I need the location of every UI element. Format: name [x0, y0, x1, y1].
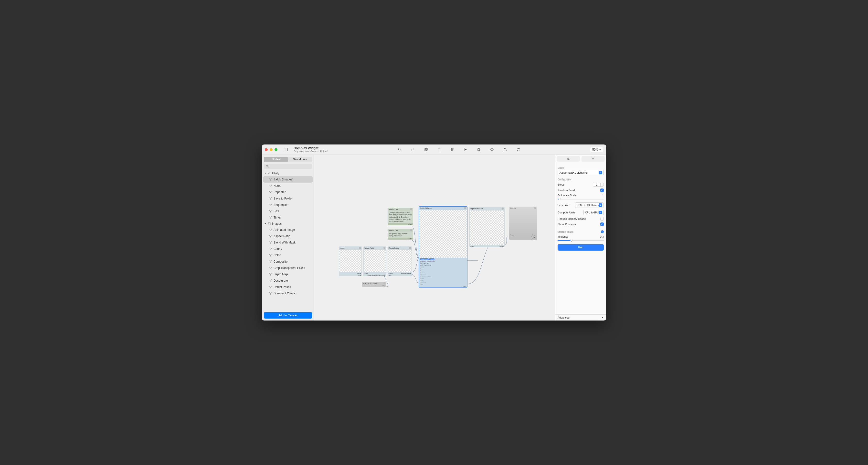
reduce-memory-label: Reduce Memory Usage	[558, 217, 586, 220]
influence-slider[interactable]	[558, 240, 604, 241]
item-size[interactable]: Size	[262, 208, 314, 214]
item-desaturate[interactable]: Desaturate	[262, 278, 314, 284]
title-sub: Odyssey Workflow — Edited	[293, 150, 328, 153]
node-tree: Utility Batch (Images) Notes Repeater Sa…	[262, 170, 314, 310]
svg-point-8	[266, 166, 268, 167]
crop-out-button[interactable]	[489, 147, 495, 152]
item-depth-map[interactable]: Depth Map	[262, 271, 314, 278]
influence-value: 0.3	[600, 235, 604, 238]
compute-select[interactable]: CPU & GPU ⇅	[584, 210, 604, 215]
svg-point-32	[269, 223, 269, 224]
random-seed-label: Random Seed	[558, 189, 575, 192]
item-crop-transparent[interactable]: Crop Transparent Pixels	[262, 265, 314, 271]
item-timer[interactable]: Timer	[262, 214, 314, 221]
item-batch-images[interactable]: Batch (Images)	[263, 176, 313, 183]
item-blend-mask[interactable]: Blend With Mask	[262, 239, 314, 246]
reduce-memory-checkbox[interactable]	[600, 217, 604, 221]
canvas-node-resize[interactable]: Resize Image ImageResized Image Size	[388, 246, 412, 276]
node-close-icon[interactable]	[410, 229, 412, 231]
item-animated-image[interactable]: Animated Image	[262, 227, 314, 233]
maximize-window-button[interactable]	[275, 148, 277, 151]
toolbar	[330, 147, 588, 152]
node-close-icon[interactable]	[359, 247, 361, 249]
item-dominant-colors[interactable]: Dominant Colors	[262, 290, 314, 296]
stepper-down-icon[interactable]: ▼	[600, 184, 603, 186]
tab-nodes[interactable]: Nodes	[264, 157, 288, 162]
zoom-value: 50%	[592, 148, 598, 151]
steps-stepper[interactable]: ▲▼	[593, 183, 604, 186]
undo-button[interactable]	[397, 147, 402, 152]
delete-button[interactable]	[450, 147, 455, 152]
node-close-icon[interactable]	[534, 207, 536, 209]
svg-point-70	[568, 159, 569, 159]
tab-workflows[interactable]: Workflows	[288, 157, 312, 162]
node-close-icon[interactable]	[383, 247, 385, 249]
item-notes[interactable]: Notes	[262, 183, 314, 189]
crop-in-button[interactable]	[476, 147, 482, 152]
canvas-node-size[interactable]: Size (1024 x 1024) Size	[362, 282, 386, 287]
compute-label: Compute Units	[558, 211, 576, 214]
titlebar: Complex Widget Odyssey Workflow — Edited…	[262, 144, 606, 155]
canvas-node-image[interactable]: Image Image Size	[339, 246, 362, 276]
item-aspect-ratio[interactable]: Aspect Ratio	[262, 233, 314, 239]
item-detect-poses[interactable]: Detect Poses	[262, 284, 314, 290]
node-close-icon[interactable]	[383, 282, 385, 284]
chevron-updown-icon: ⇅	[599, 211, 602, 214]
canvas-node-super-resolution[interactable]: Super Resolution ImageImage	[469, 207, 504, 247]
canvas-node-prompt-positive[interactable]: Aa Plain Text Quirky colorful creature w…	[388, 208, 413, 225]
svg-rect-6	[478, 149, 480, 151]
canvas[interactable]: Image Image Size Aspect Ratio Image Aspe…	[314, 155, 555, 321]
copy-button[interactable]	[423, 147, 429, 152]
scheduler-select[interactable]: DPM++ SDE Karras ⇅	[575, 202, 604, 208]
sidebar: Nodes Workflows Utility Batch (Images) N…	[262, 155, 314, 321]
previews-checkbox[interactable]: ✓	[600, 223, 604, 226]
starting-image-label: Starting Image	[558, 231, 574, 233]
canvas-node-images-output[interactable]: Images ImageImage Images Count	[509, 207, 537, 240]
play-button[interactable]	[463, 147, 468, 152]
svg-rect-0	[284, 148, 287, 151]
svg-rect-4	[438, 148, 440, 151]
guidance-value: 1	[602, 194, 604, 197]
run-button[interactable]: Run	[558, 244, 604, 251]
canvas-node-stable-diffusion[interactable]: Stable Diffusion Prompt (Text) Prompt Ne…	[418, 206, 467, 288]
zoom-dropdown[interactable]: 50%	[590, 147, 603, 152]
node-close-icon[interactable]	[464, 207, 466, 209]
minimize-window-button[interactable]	[270, 148, 273, 151]
node-close-icon[interactable]	[410, 208, 412, 210]
guidance-label: Guidance Scale	[558, 194, 577, 197]
svg-rect-7	[491, 149, 493, 151]
redo-button[interactable]	[410, 147, 416, 152]
item-save-folder[interactable]: Save to Folder	[262, 195, 314, 202]
inspector-tab-sliders[interactable]	[557, 156, 580, 162]
item-sequencer[interactable]: Sequencer	[262, 202, 314, 208]
item-composite[interactable]: Composite	[262, 258, 314, 265]
guidance-slider[interactable]	[558, 199, 604, 200]
node-close-icon[interactable]	[502, 208, 504, 209]
stepper-up-icon[interactable]: ▲	[600, 183, 603, 184]
advanced-toggle[interactable]: Advanced	[555, 314, 606, 321]
inspector-tabs	[555, 155, 606, 163]
refresh-button[interactable]	[515, 147, 521, 152]
canvas-node-aspect-ratio[interactable]: Aspect Ratio Image Aspect Ratio (Vector …	[363, 246, 386, 276]
search-input[interactable]	[264, 164, 312, 169]
previews-label: Show Previews	[558, 223, 576, 226]
config-section-label: Configuration	[558, 178, 604, 181]
add-to-canvas-button[interactable]: Add to Canvas	[264, 312, 312, 319]
group-images[interactable]: Images	[262, 221, 314, 227]
svg-point-69	[567, 158, 568, 159]
steps-input[interactable]	[593, 183, 600, 186]
share-button[interactable]	[502, 147, 508, 152]
info-icon[interactable]: i	[601, 230, 604, 233]
item-color[interactable]: Color	[262, 252, 314, 258]
paste-button[interactable]	[436, 147, 442, 152]
random-seed-checkbox[interactable]: ✓	[600, 188, 604, 192]
sidebar-toggle-button[interactable]	[282, 147, 289, 152]
canvas-node-prompt-negative[interactable]: Aa Plain Text low quality, ugly, hideous…	[388, 229, 413, 240]
model-select[interactable]: JuggernautXL Lightning ⇅	[558, 170, 604, 175]
node-close-icon[interactable]	[409, 247, 411, 249]
group-utility[interactable]: Utility	[262, 170, 314, 176]
item-canny[interactable]: Canny	[262, 246, 314, 252]
close-window-button[interactable]	[265, 148, 268, 151]
inspector-tab-graph[interactable]	[582, 156, 605, 162]
item-repeater[interactable]: Repeater	[262, 189, 314, 195]
